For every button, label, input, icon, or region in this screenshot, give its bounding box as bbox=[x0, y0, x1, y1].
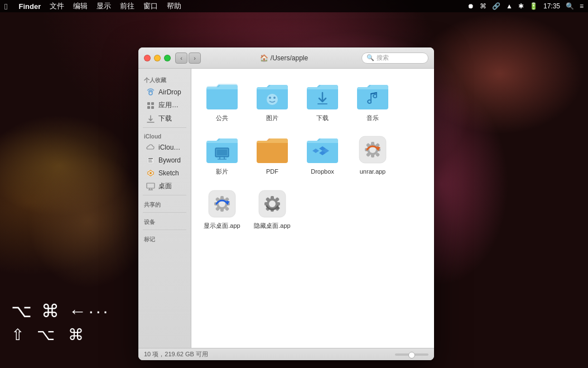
menubar-window[interactable]: 窗口 bbox=[143, 1, 158, 11]
folder-icon-downloads bbox=[305, 80, 340, 112]
forward-button[interactable]: › bbox=[189, 52, 201, 64]
file-label-music: 音乐 bbox=[367, 114, 379, 122]
title-path: 🏠 /Users/apple bbox=[206, 54, 362, 62]
desktop-icon bbox=[146, 182, 155, 191]
icloud-icon bbox=[146, 143, 155, 152]
file-item-pictures[interactable]: 图片 bbox=[250, 77, 295, 125]
fullscreen-button[interactable] bbox=[164, 55, 171, 61]
svg-point-11 bbox=[150, 172, 152, 174]
menubar-edit[interactable]: 编辑 bbox=[73, 1, 88, 11]
sidebar-label-airdrop: AirDrop bbox=[158, 88, 181, 96]
svg-rect-60 bbox=[276, 202, 280, 205]
battery-icon: 🔋 bbox=[529, 2, 538, 10]
file-item-dropbox[interactable]: Dropbox bbox=[300, 131, 345, 179]
svg-rect-59 bbox=[264, 202, 269, 205]
svg-rect-34 bbox=[371, 153, 374, 157]
svg-rect-57 bbox=[271, 196, 274, 200]
file-label-pdf: PDF bbox=[266, 168, 278, 175]
sidebar-divider-4 bbox=[143, 230, 186, 230]
file-grid: 公共 bbox=[197, 74, 428, 236]
sidebar-section-devices: 设备 bbox=[138, 215, 191, 227]
sidebar-section-tags: 标记 bbox=[138, 232, 191, 245]
svg-point-56 bbox=[269, 200, 276, 207]
svg-rect-2 bbox=[151, 102, 154, 105]
svg-point-16 bbox=[267, 94, 278, 105]
traffic-lights bbox=[144, 55, 171, 61]
file-item-downloads[interactable]: 下载 bbox=[300, 77, 345, 125]
file-item-music[interactable]: 音乐 bbox=[350, 77, 395, 125]
close-button[interactable] bbox=[144, 55, 151, 61]
svg-rect-6 bbox=[148, 158, 153, 159]
icon-size-slider[interactable] bbox=[395, 353, 428, 356]
sidebar-item-downloads-fav[interactable]: 下载 bbox=[141, 112, 189, 125]
file-item-unrar[interactable]: unrar.app bbox=[350, 131, 395, 179]
folder-icon-public bbox=[204, 80, 240, 112]
sketch-icon bbox=[146, 169, 155, 178]
sidebar-divider-2 bbox=[143, 195, 186, 195]
keyboard-hint: ⌥ ⌘ ←··· ⇧ ⌥ ⌘ bbox=[11, 299, 110, 346]
file-item-hidedesktop[interactable]: 隐藏桌面.app bbox=[250, 185, 295, 233]
sidebar-item-icloud[interactable]: iCloud... bbox=[141, 141, 189, 154]
keyboard-hint-row2: ⇧ ⌥ ⌘ bbox=[11, 324, 110, 346]
sidebar-item-byword[interactable]: Byword bbox=[141, 154, 189, 166]
file-label-public: 公共 bbox=[216, 114, 228, 122]
status-count: 10 项，219.62 GB 可用 bbox=[144, 350, 208, 359]
nav-buttons: ‹ › bbox=[175, 52, 201, 64]
sidebar-item-applications[interactable]: 应用程序 bbox=[141, 99, 189, 112]
menu-list-icon[interactable]: ≡ bbox=[580, 2, 584, 10]
file-item-pdf[interactable]: PDF bbox=[250, 131, 295, 179]
file-label-movies: 影片 bbox=[216, 168, 228, 175]
sidebar-section-icloud: iCloud bbox=[138, 130, 191, 141]
app-icon-showdesktop bbox=[204, 188, 240, 219]
title-bar: ‹ › 🏠 /Users/apple 🔍 搜索 bbox=[138, 47, 434, 69]
search-placeholder: 搜索 bbox=[377, 54, 389, 62]
cmd-icon: ⌘ bbox=[480, 2, 486, 10]
file-label-downloads: 下载 bbox=[316, 114, 329, 122]
clock: 17:35 bbox=[543, 2, 560, 10]
file-item-showdesktop[interactable]: 显示桌面.app bbox=[200, 185, 244, 233]
folder-icon-pictures bbox=[254, 80, 290, 112]
sidebar-divider-1 bbox=[143, 127, 186, 128]
file-label-hidedesktop: 隐藏桌面.app bbox=[254, 222, 290, 230]
svg-rect-46 bbox=[220, 207, 224, 212]
search-menu-icon[interactable]: 🔍 bbox=[566, 2, 574, 10]
sidebar: 个人收藏 AirDrop bbox=[138, 69, 191, 348]
file-label-showdesktop: 显示桌面.app bbox=[204, 222, 240, 230]
svg-point-17 bbox=[269, 97, 271, 99]
sidebar-divider-3 bbox=[143, 212, 186, 213]
sidebar-section-shared: 共享的 bbox=[138, 198, 191, 210]
app-icon-hidedesktop bbox=[254, 188, 290, 219]
finder-window: ‹ › 🏠 /Users/apple 🔍 搜索 个人收藏 bbox=[138, 47, 434, 360]
file-label-unrar: unrar.app bbox=[360, 168, 385, 175]
byword-icon bbox=[146, 156, 155, 165]
search-box[interactable]: 🔍 搜索 bbox=[362, 52, 428, 64]
menubar:  Finder 文件 编辑 显示 前往 窗口 帮助 ⏺ ⌘ 🔗 ▲ ✱ 🔋 1… bbox=[0, 0, 588, 12]
sidebar-item-sketch[interactable]: Sketch bbox=[141, 167, 189, 179]
airdrop-icon bbox=[146, 88, 155, 97]
apple-menu[interactable]:  bbox=[4, 2, 7, 11]
applications-icon bbox=[146, 101, 155, 110]
minimize-button[interactable] bbox=[154, 55, 161, 61]
file-label-pictures: 图片 bbox=[266, 114, 278, 122]
svg-rect-3 bbox=[147, 106, 150, 109]
file-item-movies[interactable]: 影片 bbox=[200, 131, 244, 179]
file-item-public[interactable]: 公共 bbox=[200, 77, 244, 125]
folder-icon-pdf bbox=[254, 134, 290, 165]
svg-rect-7 bbox=[148, 160, 152, 161]
sidebar-item-airdrop[interactable]: AirDrop bbox=[141, 86, 189, 98]
file-area: 公共 bbox=[191, 69, 434, 348]
back-button[interactable]: ‹ bbox=[175, 52, 187, 64]
svg-rect-12 bbox=[147, 183, 155, 188]
bluetooth-icon: ✱ bbox=[518, 2, 524, 10]
search-icon: 🔍 bbox=[367, 54, 374, 61]
menubar-view[interactable]: 显示 bbox=[97, 1, 111, 11]
sidebar-item-desktop[interactable]: 桌面 bbox=[141, 180, 189, 193]
menubar-go[interactable]: 前往 bbox=[120, 1, 134, 11]
menubar-help[interactable]: 帮助 bbox=[167, 1, 181, 11]
sidebar-label-downloads-fav: 下载 bbox=[158, 114, 172, 123]
svg-point-18 bbox=[273, 97, 276, 99]
menubar-file[interactable]: 文件 bbox=[50, 1, 64, 11]
menubar-finder[interactable]: Finder bbox=[18, 2, 41, 11]
svg-point-0 bbox=[149, 92, 152, 95]
file-label-dropbox: Dropbox bbox=[311, 168, 334, 175]
